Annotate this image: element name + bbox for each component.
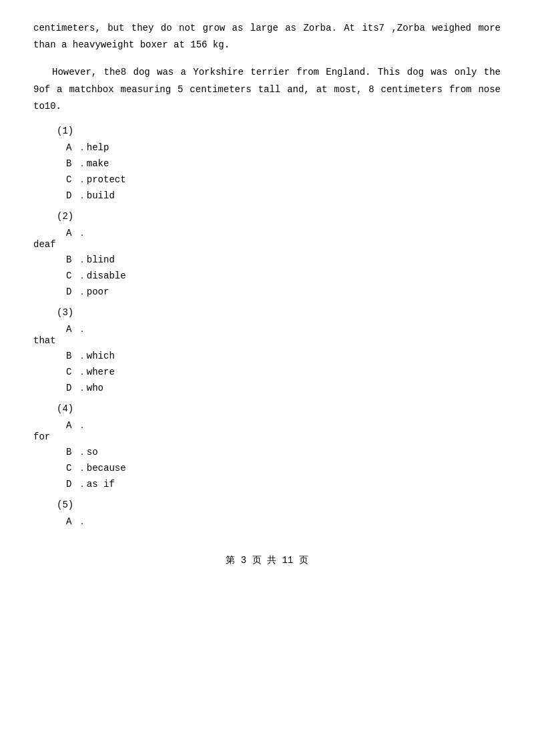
question-2-option-a: A ． xyxy=(66,227,501,239)
question-1-option-c: C ．protect xyxy=(66,174,501,186)
question-2-option-a-text: deaf xyxy=(33,239,501,250)
paragraph-1: centimeters, but they do not grow as lar… xyxy=(33,20,501,53)
question-1-number: (1) xyxy=(57,126,501,136)
question-3-option-c: C ．where xyxy=(66,366,501,378)
question-2-option-d: D ．poor xyxy=(66,286,501,298)
page-footer: 第 3 页 共 11 页 xyxy=(33,554,501,566)
question-3-number: (3) xyxy=(57,307,501,318)
question-4-option-d: D ．as if xyxy=(66,478,501,490)
question-4-option-c: C ．because xyxy=(66,462,501,474)
question-3-option-b: B ．which xyxy=(66,350,501,362)
question-3-option-d: D ．who xyxy=(66,382,501,394)
paragraph-2: However, the8 dog was a Yorkshire terrie… xyxy=(33,64,501,115)
question-4-option-a: A ． xyxy=(66,419,501,431)
question-1-option-d: D ．build xyxy=(66,190,501,202)
question-3-option-a-text: that xyxy=(33,335,501,346)
question-4-option-a-text: for xyxy=(33,431,501,442)
question-1-option-a: A ．help xyxy=(66,142,501,154)
question-4-option-b: B ．so xyxy=(66,446,501,458)
question-5-number: (5) xyxy=(57,500,501,510)
question-4-number: (4) xyxy=(57,403,501,414)
question-3-option-a: A ． xyxy=(66,323,501,335)
question-2-option-c: C ．disable xyxy=(66,270,501,282)
question-2-number: (2) xyxy=(57,211,501,222)
question-2-option-b: B ．blind xyxy=(66,254,501,266)
question-5-option-a: A ． xyxy=(66,516,501,528)
question-1-option-b: B ．make xyxy=(66,158,501,170)
